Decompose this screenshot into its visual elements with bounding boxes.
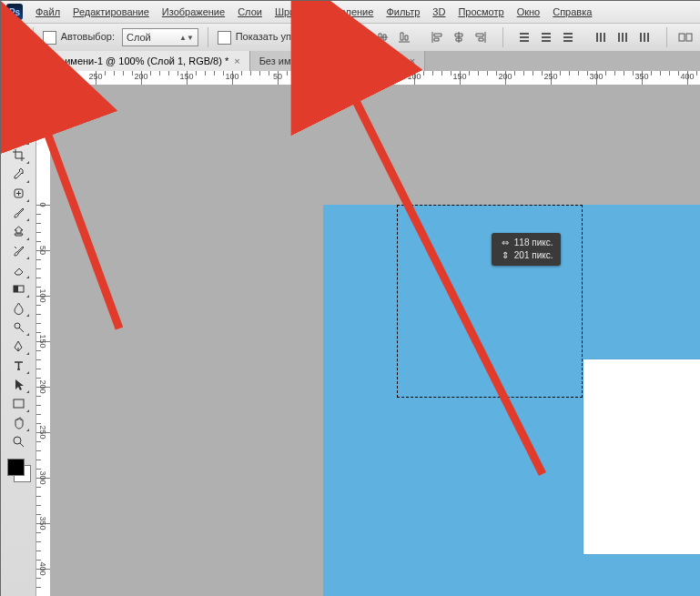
svg-rect-10: [600, 33, 602, 42]
menu-layer[interactable]: Слои: [238, 6, 262, 17]
svg-rect-18: [679, 34, 685, 41]
close-icon[interactable]: ×: [410, 56, 415, 66]
tab-label: Без имени-2 @ 100% (RGB/8) *: [259, 56, 404, 66]
svg-rect-11: [604, 33, 605, 42]
blur-tool[interactable]: [7, 298, 30, 318]
brush-tool[interactable]: [7, 203, 30, 222]
3d-mode-icon[interactable]: [676, 27, 694, 47]
menu-help[interactable]: Справка: [553, 6, 592, 17]
clone-stamp-tool[interactable]: [7, 222, 30, 241]
path-select-tool[interactable]: [7, 375, 30, 394]
delta-y-value: 201 пикс.: [514, 250, 553, 260]
menu-3d[interactable]: 3D: [432, 6, 445, 17]
healing-brush-tool[interactable]: [7, 184, 30, 203]
distribute-vcenter-icon[interactable]: [536, 27, 556, 47]
menu-file[interactable]: Файл: [36, 6, 60, 17]
menu-edit[interactable]: Редактирование: [73, 6, 149, 17]
menu-select[interactable]: Выделение: [320, 6, 373, 17]
app-logo-icon: Ps: [6, 4, 23, 20]
svg-rect-16: [644, 33, 645, 42]
vertical-ruler[interactable]: 050100150200250300350400450500550: [36, 85, 51, 596]
align-group: [348, 25, 417, 50]
svg-rect-15: [640, 33, 642, 42]
svg-rect-20: [13, 93, 24, 104]
ruler-origin[interactable]: [36, 71, 51, 86]
document-tab-2[interactable]: Без имени-2 @ 100% (RGB/8) * ×: [250, 51, 426, 71]
svg-point-26: [14, 437, 21, 444]
zoom-tool[interactable]: [7, 432, 30, 451]
magic-wand-tool[interactable]: [7, 126, 30, 146]
active-tool-icon[interactable]: [8, 28, 24, 46]
show-transform-checkbox[interactable]: Показать упр. элем.: [218, 31, 329, 45]
menu-view[interactable]: Просмотр: [458, 6, 503, 17]
type-tool[interactable]: [7, 356, 30, 375]
horizontal-ruler[interactable]: 25020015010050050100150200250300350400: [50, 71, 700, 86]
align-top-icon[interactable]: [350, 27, 370, 47]
align-right-icon[interactable]: [471, 27, 491, 47]
distribute-group-h: [588, 25, 657, 50]
distribute-group: [512, 25, 581, 50]
distribute-bottom-icon[interactable]: [558, 27, 578, 47]
options-bar: Автовыбор: Слой▲▼ Показать упр. элем.: [1, 24, 700, 52]
rectangle-tool[interactable]: [7, 394, 30, 413]
svg-rect-12: [618, 33, 620, 42]
menu-image[interactable]: Изображение: [162, 6, 225, 17]
svg-rect-5: [542, 40, 551, 42]
autoselect-target-select[interactable]: Слой▲▼: [122, 28, 198, 46]
svg-rect-6: [563, 33, 573, 35]
eyedropper-tool[interactable]: [7, 165, 30, 184]
align-bottom-icon[interactable]: [394, 27, 414, 47]
separator: [502, 27, 503, 47]
svg-rect-9: [596, 33, 598, 42]
svg-rect-8: [563, 40, 573, 42]
svg-rect-4: [542, 36, 551, 38]
height-delta-icon: ⇕: [499, 249, 512, 262]
distribute-right-icon[interactable]: [634, 27, 654, 47]
align-vcenter-icon[interactable]: [372, 27, 392, 47]
tool-palette: [1, 51, 36, 596]
width-delta-icon: ⇔: [499, 237, 512, 249]
distribute-hcenter-icon[interactable]: [613, 27, 633, 47]
align-group-h: [424, 25, 493, 50]
distribute-top-icon[interactable]: [514, 27, 534, 47]
svg-rect-1: [520, 36, 529, 38]
align-hcenter-icon[interactable]: [449, 27, 469, 47]
svg-rect-0: [520, 33, 529, 35]
align-left-icon[interactable]: [427, 27, 447, 47]
close-icon[interactable]: ×: [234, 56, 239, 66]
palette-grip-icon[interactable]: [4, 56, 33, 64]
menu-bar: Ps Файл Редактирование Изображение Слои …: [1, 1, 700, 24]
hand-tool[interactable]: [7, 413, 30, 432]
tab-label: Без имени-1 @ 100% (Слой 1, RGB/8) *: [46, 56, 228, 66]
separator: [208, 27, 208, 47]
svg-rect-23: [14, 286, 18, 292]
foreground-color-swatch[interactable]: [7, 459, 25, 476]
svg-rect-19: [686, 34, 692, 41]
svg-rect-3: [542, 33, 551, 35]
autoselect-checkbox[interactable]: Автовыбор:: [43, 31, 115, 45]
lasso-tool[interactable]: [7, 107, 30, 126]
eraser-tool[interactable]: [7, 260, 30, 279]
canvas-area[interactable]: ⇔ 118 пикс. ⇕ 201 пикс.: [50, 85, 700, 596]
history-brush-tool[interactable]: [7, 241, 30, 260]
transform-tooltip: ⇔ 118 пикс. ⇕ 201 пикс.: [492, 233, 561, 266]
color-swatches[interactable]: [5, 457, 31, 482]
dodge-tool[interactable]: [7, 318, 30, 337]
document-tabs: Без имени-1 @ 100% (Слой 1, RGB/8) * × Б…: [36, 51, 700, 72]
crop-tool[interactable]: [7, 146, 30, 165]
distribute-left-icon[interactable]: [591, 27, 611, 47]
delta-x-value: 118 пикс.: [514, 237, 553, 247]
svg-rect-2: [520, 40, 529, 42]
pen-tool[interactable]: [7, 337, 30, 356]
menu-window[interactable]: Окно: [517, 6, 541, 17]
separator: [338, 27, 339, 47]
gradient-tool[interactable]: [7, 279, 30, 298]
svg-rect-25: [14, 399, 24, 408]
svg-rect-13: [622, 33, 624, 42]
menu-type[interactable]: Шрифт: [275, 6, 308, 17]
menu-filter[interactable]: Фильтр: [386, 6, 420, 17]
pasted-layer[interactable]: [583, 359, 700, 554]
move-tool[interactable]: [6, 67, 31, 88]
document-tab-1[interactable]: Без имени-1 @ 100% (Слой 1, RGB/8) * ×: [36, 51, 250, 71]
marquee-tool[interactable]: [7, 88, 30, 107]
